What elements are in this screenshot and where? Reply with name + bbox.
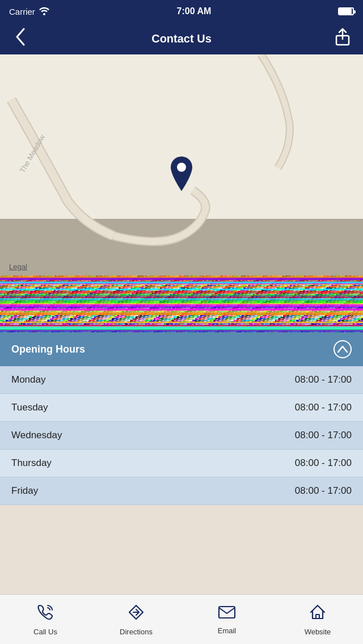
battery-icon (338, 7, 354, 15)
day-hours: 08:00 - 17:00 (295, 430, 352, 441)
status-left: Carrier (9, 6, 50, 17)
tab-website[interactable]: Website (272, 603, 363, 636)
tab-bar: Call Us Directions Email W (0, 594, 363, 644)
svg-point-4 (177, 163, 186, 172)
hours-row: Thursday 08:00 - 17:00 (0, 450, 363, 477)
hours-table: Monday 08:00 - 17:00 Tuesday 08:00 - 17:… (0, 366, 363, 505)
opening-hours-title: Opening Hours (11, 344, 85, 355)
wifi-icon (39, 6, 50, 17)
phone-icon (36, 603, 54, 625)
hours-row: Wednesday 08:00 - 17:00 (0, 422, 363, 450)
tab-call-label: Call Us (33, 628, 57, 636)
day-name: Monday (11, 374, 45, 385)
day-hours: 08:00 - 17:00 (295, 402, 352, 413)
day-hours: 08:00 - 17:00 (295, 374, 352, 385)
svg-rect-2 (0, 219, 363, 276)
page-title: Contact Us (32, 32, 331, 45)
map-container[interactable]: The Meadow Legal (0, 54, 363, 276)
hours-row: Friday 08:00 - 17:00 (0, 477, 363, 505)
status-bar: Carrier 7:00 AM (0, 0, 363, 23)
day-name: Thursday (11, 457, 52, 469)
status-right (338, 7, 354, 15)
tab-email-label: Email (218, 626, 237, 635)
map-pin (167, 155, 196, 189)
tab-email[interactable]: Email (182, 604, 272, 635)
directions-icon (127, 603, 145, 625)
email-icon (218, 604, 236, 624)
day-hours: 08:00 - 17:00 (295, 457, 352, 469)
hours-row: Tuesday 08:00 - 17:00 (0, 394, 363, 422)
tab-directions-label: Directions (120, 628, 153, 636)
opening-hours-section: Opening Hours Monday 08:00 - 17:00 Tuesd… (0, 332, 363, 505)
glitch-canvas (0, 276, 363, 332)
day-name: Wednesday (11, 430, 62, 441)
day-name: Tuesday (11, 402, 48, 413)
status-time: 7:00 AM (177, 6, 212, 16)
collapse-button[interactable] (334, 340, 352, 358)
carrier-label: Carrier (9, 7, 35, 16)
legal-link[interactable]: Legal (9, 262, 27, 271)
back-button[interactable] (9, 27, 32, 51)
tab-call[interactable]: Call Us (0, 603, 91, 636)
house-icon (309, 603, 327, 625)
hours-row: Monday 08:00 - 17:00 (0, 366, 363, 394)
day-name: Friday (11, 485, 38, 497)
map-background: The Meadow Legal (0, 54, 363, 276)
share-button[interactable] (331, 28, 354, 49)
day-hours: 08:00 - 17:00 (295, 485, 352, 497)
glitch-image (0, 276, 363, 332)
opening-hours-header[interactable]: Opening Hours (0, 332, 363, 366)
tab-directions[interactable]: Directions (91, 603, 182, 636)
main-content: The Meadow Legal Opening Hours (0, 54, 363, 594)
nav-bar: Contact Us (0, 23, 363, 54)
svg-rect-5 (219, 607, 235, 618)
tab-website-label: Website (305, 628, 331, 636)
